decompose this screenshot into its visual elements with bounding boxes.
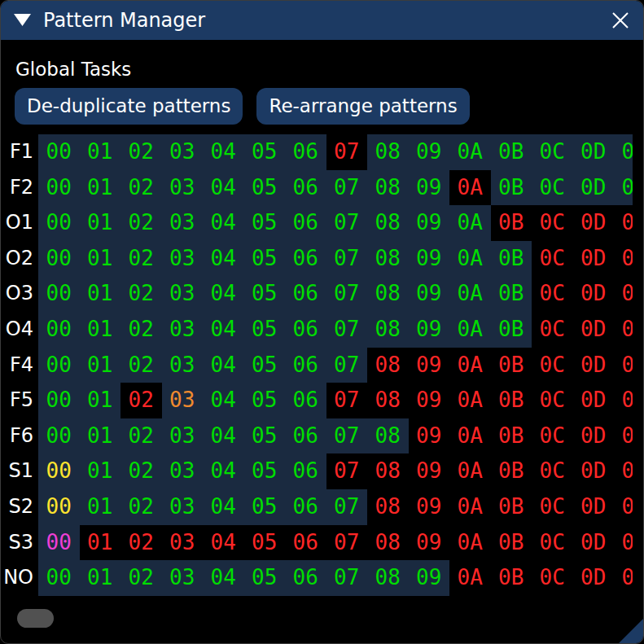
- pattern-cell[interactable]: 03: [162, 348, 204, 383]
- pattern-cell[interactable]: 0D: [573, 348, 615, 383]
- pattern-cell[interactable]: 02: [120, 453, 162, 489]
- pattern-cell[interactable]: 05: [244, 170, 286, 206]
- pattern-cell[interactable]: 02: [120, 560, 162, 596]
- pattern-cell[interactable]: 00: [38, 276, 80, 312]
- pattern-cell[interactable]: 02: [120, 489, 162, 525]
- pattern-cell[interactable]: 0E: [614, 525, 633, 561]
- pattern-cell[interactable]: 06: [285, 525, 326, 561]
- pattern-cell[interactable]: 01: [80, 276, 121, 312]
- pattern-cell[interactable]: 04: [203, 276, 244, 312]
- pattern-cell[interactable]: 05: [244, 312, 286, 348]
- pattern-cell[interactable]: 03: [162, 312, 204, 348]
- pattern-cell[interactable]: 05: [244, 525, 286, 561]
- pattern-cell[interactable]: 02: [120, 348, 162, 383]
- pattern-cell[interactable]: 04: [203, 418, 244, 454]
- pattern-cell[interactable]: 0A: [449, 312, 491, 348]
- pattern-cell[interactable]: 0E: [614, 348, 633, 383]
- pattern-cell[interactable]: 0E: [614, 205, 633, 241]
- pattern-cell[interactable]: 07: [326, 241, 368, 277]
- pattern-cell[interactable]: 0A: [449, 418, 491, 454]
- pattern-cell[interactable]: 08: [367, 348, 409, 383]
- pattern-cell[interactable]: 01: [80, 525, 121, 561]
- pattern-cell[interactable]: 02: [120, 205, 162, 241]
- pattern-cell[interactable]: 08: [367, 525, 409, 561]
- pattern-cell[interactable]: 07: [326, 276, 368, 312]
- horizontal-scrollbar-thumb[interactable]: [17, 609, 54, 628]
- close-icon[interactable]: [611, 11, 630, 30]
- pattern-cell[interactable]: 00: [38, 312, 80, 348]
- pattern-cell[interactable]: 0A: [449, 276, 491, 312]
- pattern-cell[interactable]: 07: [326, 205, 368, 241]
- pattern-cell[interactable]: 04: [203, 170, 244, 206]
- pattern-cell[interactable]: 0B: [491, 383, 532, 418]
- resize-grip[interactable]: [619, 619, 643, 643]
- pattern-cell[interactable]: 0A: [449, 453, 491, 489]
- pattern-cell[interactable]: 09: [409, 170, 450, 206]
- pattern-cell[interactable]: 0B: [491, 418, 532, 454]
- pattern-cell[interactable]: 09: [409, 241, 450, 277]
- pattern-cell[interactable]: 03: [162, 383, 204, 418]
- pattern-cell[interactable]: 09: [409, 489, 450, 525]
- pattern-cell[interactable]: 0B: [491, 525, 532, 561]
- pattern-cell[interactable]: 05: [244, 383, 286, 418]
- pattern-cell[interactable]: 05: [244, 560, 286, 596]
- pattern-cell[interactable]: 07: [326, 525, 368, 561]
- pattern-cell[interactable]: 0C: [532, 453, 573, 489]
- pattern-cell[interactable]: 0D: [573, 170, 615, 206]
- pattern-cell[interactable]: 07: [326, 560, 368, 596]
- pattern-cell[interactable]: 05: [244, 418, 286, 454]
- pattern-cell[interactable]: 0C: [532, 134, 573, 170]
- pattern-cell[interactable]: 00: [38, 383, 80, 418]
- pattern-cell[interactable]: 02: [120, 312, 162, 348]
- pattern-cell[interactable]: 03: [162, 170, 204, 206]
- pattern-cell[interactable]: 0B: [491, 560, 532, 596]
- pattern-cell[interactable]: 03: [162, 418, 204, 454]
- deduplicate-patterns-button[interactable]: De-duplicate patterns: [15, 88, 243, 125]
- pattern-cell[interactable]: 08: [367, 453, 409, 489]
- pattern-cell[interactable]: 0D: [573, 560, 615, 596]
- pattern-cell[interactable]: 01: [80, 383, 121, 418]
- pattern-cell[interactable]: 04: [203, 348, 244, 383]
- pattern-cell[interactable]: 0B: [491, 134, 532, 170]
- pattern-cell[interactable]: 02: [120, 134, 162, 170]
- pattern-cell[interactable]: 02: [120, 241, 162, 277]
- pattern-cell[interactable]: 01: [80, 489, 121, 525]
- pattern-cell[interactable]: 0C: [532, 348, 573, 383]
- pattern-cell[interactable]: 08: [367, 560, 409, 596]
- pattern-cell[interactable]: 00: [38, 170, 80, 206]
- pattern-cell[interactable]: 0A: [449, 134, 491, 170]
- pattern-cell[interactable]: 00: [38, 453, 80, 489]
- pattern-cell[interactable]: 0C: [532, 276, 573, 312]
- pattern-cell[interactable]: 07: [326, 383, 368, 418]
- pattern-cell[interactable]: 08: [367, 134, 409, 170]
- pattern-cell[interactable]: 04: [203, 312, 244, 348]
- pattern-cell[interactable]: 09: [409, 525, 450, 561]
- pattern-cell[interactable]: 0C: [532, 525, 573, 561]
- pattern-cell[interactable]: 08: [367, 241, 409, 277]
- pattern-cell[interactable]: 0D: [573, 489, 615, 525]
- pattern-cell[interactable]: 0B: [491, 312, 532, 348]
- pattern-cell[interactable]: 0E: [614, 241, 633, 277]
- pattern-cell[interactable]: 0E: [614, 560, 633, 596]
- pattern-cell[interactable]: 0B: [491, 170, 532, 206]
- pattern-cell[interactable]: 0D: [573, 453, 615, 489]
- pattern-cell[interactable]: 0E: [614, 453, 633, 489]
- pattern-cell[interactable]: 0E: [614, 489, 633, 525]
- pattern-cell[interactable]: 06: [285, 560, 326, 596]
- pattern-cell[interactable]: 06: [285, 312, 326, 348]
- pattern-cell[interactable]: 03: [162, 560, 204, 596]
- pattern-cell[interactable]: 0B: [491, 489, 532, 525]
- pattern-cell[interactable]: 04: [203, 453, 244, 489]
- pattern-cell[interactable]: 0E: [614, 418, 633, 454]
- pattern-cell[interactable]: 09: [409, 453, 450, 489]
- pattern-cell[interactable]: 0A: [449, 241, 491, 277]
- collapse-arrow-icon[interactable]: [14, 14, 31, 27]
- pattern-cell[interactable]: 0C: [532, 383, 573, 418]
- pattern-cell[interactable]: 07: [326, 170, 368, 206]
- pattern-cell[interactable]: 02: [120, 525, 162, 561]
- pattern-cell[interactable]: 02: [120, 383, 162, 418]
- pattern-cell[interactable]: 01: [80, 560, 121, 596]
- rearrange-patterns-button[interactable]: Re-arrange patterns: [256, 88, 469, 125]
- pattern-cell[interactable]: 0A: [449, 170, 491, 206]
- pattern-cell[interactable]: 0D: [573, 134, 615, 170]
